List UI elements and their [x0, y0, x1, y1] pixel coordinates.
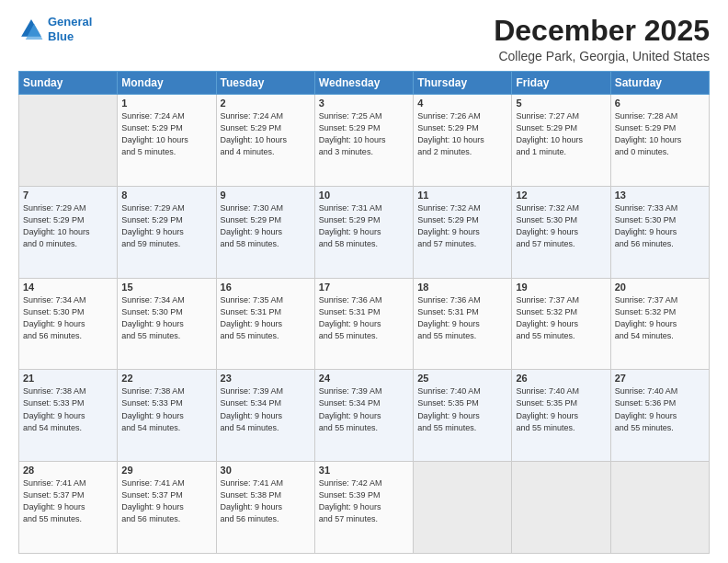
- day-info: Sunrise: 7:31 AMSunset: 5:29 PMDaylight:…: [319, 202, 409, 250]
- page: General Blue December 2025 College Park,…: [0, 0, 728, 563]
- day-number: 3: [319, 98, 409, 109]
- day-info: Sunrise: 7:41 AMSunset: 5:37 PMDaylight:…: [121, 477, 211, 525]
- day-info: Sunrise: 7:34 AMSunset: 5:30 PMDaylight:…: [23, 294, 113, 342]
- calendar-day-cell: 24Sunrise: 7:39 AMSunset: 5:34 PMDayligh…: [314, 370, 413, 462]
- day-number: 22: [121, 373, 211, 384]
- day-number: 19: [516, 282, 606, 293]
- logo-icon: [18, 17, 44, 42]
- calendar-day-cell: 21Sunrise: 7:38 AMSunset: 5:33 PMDayligh…: [19, 370, 118, 462]
- day-of-week-header: Monday: [118, 72, 216, 95]
- day-info: Sunrise: 7:24 AMSunset: 5:29 PMDaylight:…: [121, 110, 211, 158]
- calendar-day-cell: 13Sunrise: 7:33 AMSunset: 5:30 PMDayligh…: [610, 186, 709, 278]
- calendar-day-cell: 31Sunrise: 7:42 AMSunset: 5:39 PMDayligh…: [314, 462, 413, 554]
- day-number: 15: [121, 282, 211, 293]
- calendar-day-cell: [610, 462, 709, 554]
- day-number: 4: [417, 98, 507, 109]
- calendar-day-cell: 7Sunrise: 7:29 AMSunset: 5:29 PMDaylight…: [19, 186, 118, 278]
- day-info: Sunrise: 7:29 AMSunset: 5:29 PMDaylight:…: [23, 202, 113, 250]
- day-of-week-header: Saturday: [610, 72, 709, 95]
- day-number: 24: [319, 373, 409, 384]
- calendar-day-cell: 1Sunrise: 7:24 AMSunset: 5:29 PMDaylight…: [118, 95, 216, 187]
- calendar-day-cell: 6Sunrise: 7:28 AMSunset: 5:29 PMDaylight…: [610, 95, 709, 187]
- day-number: 16: [221, 282, 311, 293]
- logo-text: General Blue: [48, 15, 92, 43]
- calendar-week-row: 1Sunrise: 7:24 AMSunset: 5:29 PMDaylight…: [19, 95, 710, 187]
- day-number: 6: [615, 98, 705, 109]
- day-number: 13: [615, 190, 705, 201]
- calendar-day-cell: 19Sunrise: 7:37 AMSunset: 5:32 PMDayligh…: [512, 278, 610, 370]
- day-info: Sunrise: 7:38 AMSunset: 5:33 PMDaylight:…: [121, 385, 211, 433]
- day-info: Sunrise: 7:39 AMSunset: 5:34 PMDaylight:…: [319, 385, 409, 433]
- main-title: December 2025: [494, 15, 710, 47]
- day-of-week-header: Tuesday: [216, 72, 314, 95]
- day-info: Sunrise: 7:39 AMSunset: 5:34 PMDaylight:…: [221, 385, 311, 433]
- day-number: 9: [221, 190, 311, 201]
- calendar-day-cell: [512, 462, 610, 554]
- calendar-week-row: 7Sunrise: 7:29 AMSunset: 5:29 PMDaylight…: [19, 186, 710, 278]
- calendar-day-cell: 30Sunrise: 7:41 AMSunset: 5:38 PMDayligh…: [216, 462, 314, 554]
- calendar-day-cell: 18Sunrise: 7:36 AMSunset: 5:31 PMDayligh…: [414, 278, 512, 370]
- day-number: 8: [121, 190, 211, 201]
- calendar-day-cell: 9Sunrise: 7:30 AMSunset: 5:29 PMDaylight…: [216, 186, 314, 278]
- day-info: Sunrise: 7:41 AMSunset: 5:38 PMDaylight:…: [221, 477, 311, 525]
- calendar-day-cell: [414, 462, 512, 554]
- calendar-day-cell: 4Sunrise: 7:26 AMSunset: 5:29 PMDaylight…: [414, 95, 512, 187]
- subtitle: College Park, Georgia, United States: [494, 49, 710, 63]
- title-block: December 2025 College Park, Georgia, Uni…: [494, 15, 710, 63]
- day-number: 17: [319, 282, 409, 293]
- calendar-day-cell: 3Sunrise: 7:25 AMSunset: 5:29 PMDaylight…: [314, 95, 413, 187]
- calendar-day-cell: 10Sunrise: 7:31 AMSunset: 5:29 PMDayligh…: [314, 186, 413, 278]
- calendar-day-cell: 5Sunrise: 7:27 AMSunset: 5:29 PMDaylight…: [512, 95, 610, 187]
- day-number: 26: [516, 373, 606, 384]
- calendar-day-cell: 8Sunrise: 7:29 AMSunset: 5:29 PMDaylight…: [118, 186, 216, 278]
- day-info: Sunrise: 7:37 AMSunset: 5:32 PMDaylight:…: [516, 294, 606, 342]
- day-number: 12: [516, 190, 606, 201]
- day-info: Sunrise: 7:32 AMSunset: 5:30 PMDaylight:…: [516, 202, 606, 250]
- day-number: 25: [417, 373, 507, 384]
- day-of-week-header: Sunday: [19, 72, 118, 95]
- day-number: 29: [121, 465, 211, 476]
- day-number: 21: [23, 373, 113, 384]
- calendar-day-cell: [19, 95, 118, 187]
- day-info: Sunrise: 7:34 AMSunset: 5:30 PMDaylight:…: [121, 294, 211, 342]
- day-number: 2: [221, 98, 311, 109]
- day-info: Sunrise: 7:36 AMSunset: 5:31 PMDaylight:…: [319, 294, 409, 342]
- day-of-week-header: Thursday: [414, 72, 512, 95]
- calendar-day-cell: 26Sunrise: 7:40 AMSunset: 5:35 PMDayligh…: [512, 370, 610, 462]
- header: General Blue December 2025 College Park,…: [18, 15, 710, 63]
- calendar-day-cell: 29Sunrise: 7:41 AMSunset: 5:37 PMDayligh…: [118, 462, 216, 554]
- day-info: Sunrise: 7:42 AMSunset: 5:39 PMDaylight:…: [319, 477, 409, 525]
- day-number: 1: [121, 98, 211, 109]
- day-info: Sunrise: 7:24 AMSunset: 5:29 PMDaylight:…: [221, 110, 311, 158]
- calendar-week-row: 14Sunrise: 7:34 AMSunset: 5:30 PMDayligh…: [19, 278, 710, 370]
- day-number: 20: [615, 282, 705, 293]
- calendar-week-row: 21Sunrise: 7:38 AMSunset: 5:33 PMDayligh…: [19, 370, 710, 462]
- calendar-day-cell: 14Sunrise: 7:34 AMSunset: 5:30 PMDayligh…: [19, 278, 118, 370]
- calendar-day-cell: 20Sunrise: 7:37 AMSunset: 5:32 PMDayligh…: [610, 278, 709, 370]
- days-of-week-row: SundayMondayTuesdayWednesdayThursdayFrid…: [19, 72, 710, 95]
- day-info: Sunrise: 7:26 AMSunset: 5:29 PMDaylight:…: [417, 110, 507, 158]
- day-info: Sunrise: 7:33 AMSunset: 5:30 PMDaylight:…: [615, 202, 705, 250]
- day-info: Sunrise: 7:40 AMSunset: 5:36 PMDaylight:…: [615, 385, 705, 433]
- calendar-day-cell: 15Sunrise: 7:34 AMSunset: 5:30 PMDayligh…: [118, 278, 216, 370]
- calendar-week-row: 28Sunrise: 7:41 AMSunset: 5:37 PMDayligh…: [19, 462, 710, 554]
- day-info: Sunrise: 7:38 AMSunset: 5:33 PMDaylight:…: [23, 385, 113, 433]
- day-info: Sunrise: 7:32 AMSunset: 5:29 PMDaylight:…: [417, 202, 507, 250]
- day-info: Sunrise: 7:29 AMSunset: 5:29 PMDaylight:…: [121, 202, 211, 250]
- day-number: 10: [319, 190, 409, 201]
- day-number: 30: [221, 465, 311, 476]
- day-number: 28: [23, 465, 113, 476]
- calendar-day-cell: 22Sunrise: 7:38 AMSunset: 5:33 PMDayligh…: [118, 370, 216, 462]
- logo: General Blue: [18, 15, 92, 43]
- calendar: SundayMondayTuesdayWednesdayThursdayFrid…: [18, 71, 710, 554]
- calendar-day-cell: 27Sunrise: 7:40 AMSunset: 5:36 PMDayligh…: [610, 370, 709, 462]
- day-info: Sunrise: 7:28 AMSunset: 5:29 PMDaylight:…: [615, 110, 705, 158]
- day-info: Sunrise: 7:40 AMSunset: 5:35 PMDaylight:…: [417, 385, 507, 433]
- day-number: 23: [221, 373, 311, 384]
- calendar-body: 1Sunrise: 7:24 AMSunset: 5:29 PMDaylight…: [19, 95, 710, 554]
- calendar-day-cell: 17Sunrise: 7:36 AMSunset: 5:31 PMDayligh…: [314, 278, 413, 370]
- day-info: Sunrise: 7:37 AMSunset: 5:32 PMDaylight:…: [615, 294, 705, 342]
- calendar-day-cell: 2Sunrise: 7:24 AMSunset: 5:29 PMDaylight…: [216, 95, 314, 187]
- day-number: 27: [615, 373, 705, 384]
- day-info: Sunrise: 7:30 AMSunset: 5:29 PMDaylight:…: [221, 202, 311, 250]
